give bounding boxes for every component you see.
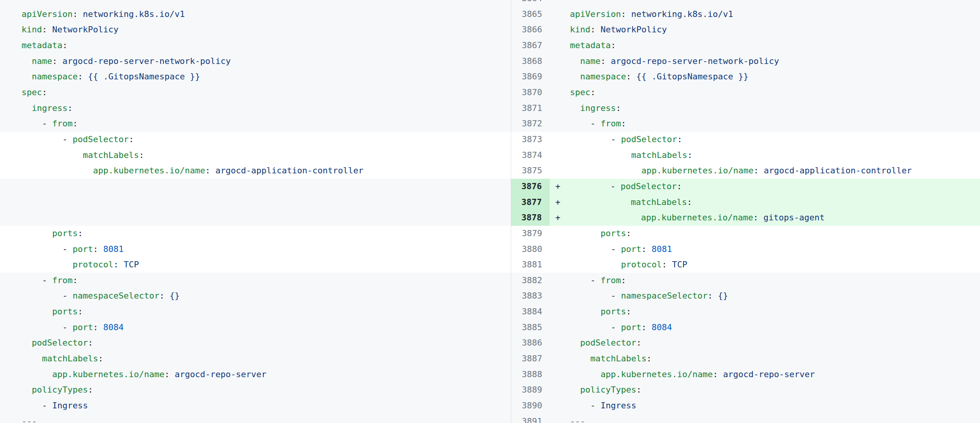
code-text: ports: [550,226,980,242]
code-token-plain [570,338,580,347]
added-marker: + [555,195,560,210]
code-token-punct: : [621,275,626,285]
line-number[interactable]: 3885 [511,320,550,336]
line-number[interactable]: 3889 [511,382,550,398]
code-text: - namespaceSelector: {} [550,288,980,304]
code-token-punct: : [205,166,216,175]
line-number[interactable]: 3868 [511,54,550,69]
code-token-punct: : [42,25,52,34]
code-token-key: kind [570,25,590,34]
code-token-punct: : [67,103,72,113]
code-text: namespace: {{ .GitopsNamespace }} [0,69,511,85]
code-token-value: argocd-application-controller [215,166,363,175]
line-number[interactable]: 3878 [511,210,550,226]
code-token-value: {} [169,291,180,300]
code-token-punct: - [570,275,600,285]
code-token-punct: : [93,322,103,332]
line-number[interactable]: 3869 [511,69,550,85]
code-token-plain [570,56,580,66]
line-number[interactable]: 3886 [511,335,550,351]
code-text: apiVersion: networking.k8s.io/v1 [550,7,980,22]
old-diff-row: namespace: {{ .GitopsNamespace }} [0,69,511,85]
code-text: matchLabels: [0,148,511,163]
old-diff-row: spec: [0,85,511,101]
code-token-punct: : [687,150,692,160]
code-token-key: policyTypes [32,385,88,394]
code-token-punct: : [621,119,626,128]
code-token-key: apiVersion [570,9,621,19]
line-number[interactable]: 3865 [511,7,550,22]
code-token-key: port [621,322,641,332]
code-text: ingress: [0,101,511,116]
code-token-key: from [52,275,72,285]
line-number[interactable]: 3875 [511,163,550,179]
new-diff-row: 3869 namespace: {{ .GitopsNamespace }} [511,69,980,85]
code-token-key: namespace [32,72,78,81]
line-number[interactable]: 3888 [511,367,550,383]
code-token-punct: : [159,291,170,300]
code-text: spec: [0,85,511,101]
line-number[interactable]: 3866 [511,22,550,38]
line-number[interactable]: 3877 [511,195,550,210]
code-token-key: ports [601,228,626,238]
code-token-plain [570,72,580,81]
code-token-key: app.kubernetes.io/name [641,166,753,175]
code-token-key: protocol [621,260,662,269]
code-text: - Ingress [550,398,980,414]
code-token-value: networking.k8s.io/v1 [631,9,733,19]
code-token-value: {} [718,291,728,300]
line-number[interactable]: 3880 [511,242,550,257]
code-token-punct: - [570,244,621,254]
line-number[interactable]: 3876 [511,179,550,195]
code-token-plain [22,228,52,238]
code-token-plain [570,150,631,160]
line-number[interactable]: 3882 [511,273,550,289]
old-diff-row: matchLabels: [0,148,511,163]
line-number[interactable]: 3891 [511,414,550,423]
code-text: kind: NetworkPolicy [550,22,980,38]
new-diff-row: 3873 - podSelector: [511,132,980,148]
code-text: + matchLabels: [550,195,980,210]
old-diff-row: --- [0,0,511,7]
code-text: apiVersion: networking.k8s.io/v1 [0,7,511,22]
code-text: metadata: [550,38,980,54]
code-token-punct: - [569,181,620,191]
line-number[interactable]: 3870 [511,85,550,101]
code-token-value: argocd-application-controller [764,166,912,175]
code-token-plain [22,385,32,394]
line-number[interactable]: 3890 [511,398,550,414]
code-token-plain [22,338,32,347]
line-number[interactable]: 3874 [511,148,550,163]
code-token-key: namespace [580,72,626,81]
new-diff-row: 3890 - Ingress [511,398,980,414]
code-text: ports: [0,304,511,320]
code-token-punct: : [662,260,672,269]
line-number[interactable]: 3884 [511,304,550,320]
line-number[interactable]: 3873 [511,132,550,148]
line-number[interactable]: 3881 [511,257,550,273]
code-text: metadata: [0,38,511,54]
code-token-punct: - [22,275,52,285]
line-number[interactable]: 3883 [511,288,550,304]
code-text: app.kubernetes.io/name: argocd-applicati… [0,163,511,179]
line-number[interactable]: 3879 [511,226,550,242]
code-text: - port: 8081 [0,242,511,257]
line-number[interactable]: 3867 [511,38,550,54]
code-token-punct: : [641,322,652,332]
code-text: protocol: TCP [550,257,980,273]
code-token-key: from [601,119,621,128]
line-number[interactable]: 3871 [511,101,550,116]
code-text: - from: [0,116,511,132]
code-token-plain [570,166,641,175]
code-text: - port: 8081 [550,242,980,257]
code-token-doc: --- [22,0,37,3]
old-diff-row: metadata: [0,38,511,54]
code-token-punct: : [626,228,631,238]
new-code-rows: 3864---3865apiVersion: networking.k8s.io… [511,0,980,423]
line-number[interactable]: 3872 [511,116,550,132]
code-token-punct: : [611,40,616,50]
code-token-punct: : [164,369,175,379]
code-text: matchLabels: [550,351,980,367]
line-number[interactable]: 3864 [511,0,550,7]
line-number[interactable]: 3887 [511,351,550,367]
